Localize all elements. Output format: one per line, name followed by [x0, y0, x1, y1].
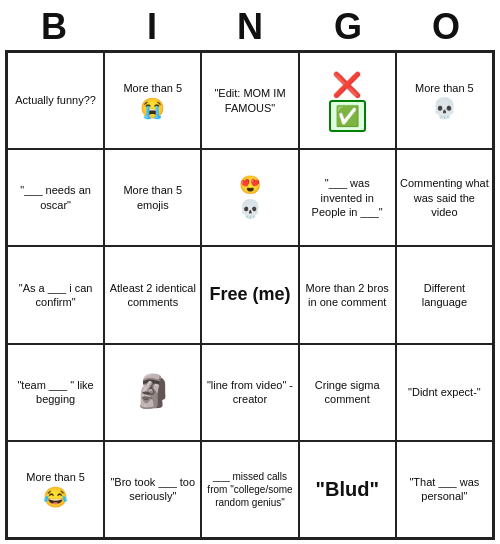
cell-r4c0: More than 5 😂 [7, 441, 104, 538]
check-icon: ✅ [329, 100, 366, 132]
cell-r3c1: 🗿 [104, 344, 201, 441]
cell-text: More than 2 bros in one comment [303, 281, 392, 310]
cell-r0c1: More than 5 😭 [104, 52, 201, 149]
moai-emoji: 🗿 [133, 371, 173, 413]
cell-text: ___ missed calls from "college/some rand… [205, 470, 294, 509]
cell-emoji: 💀 [432, 96, 457, 120]
cell-r1c1: More than 5 emojis [104, 149, 201, 246]
cell-emoji2: 💀 [239, 198, 261, 221]
cell-text: More than 5 [123, 81, 182, 95]
cell-r1c0: "___ needs an oscar" [7, 149, 104, 246]
cell-r4c4: "That ___ was personal" [396, 441, 493, 538]
cell-r4c3: "Blud" [299, 441, 396, 538]
cell-text: Atleast 2 identical comments [108, 281, 197, 310]
cell-r1c4: Commenting what was said the video [396, 149, 493, 246]
cell-r2c0: "As a ___ i can confirm" [7, 246, 104, 343]
letter-n: N [205, 6, 295, 48]
cell-r0c4: More than 5 💀 [396, 52, 493, 149]
bingo-grid: Actually funny?? More than 5 😭 "Edit: MO… [5, 50, 495, 540]
cell-text: "Bro took ___ too seriously" [108, 475, 197, 504]
cell-r3c3: Cringe sigma comment [299, 344, 396, 441]
cell-text: Free (me) [209, 283, 290, 306]
cell-text: More than 5 [415, 81, 474, 95]
cell-text: Cringe sigma comment [303, 378, 392, 407]
letter-b: B [9, 6, 99, 48]
cell-text: "As a ___ i can confirm" [11, 281, 100, 310]
cell-text: "Didnt expect-" [408, 385, 481, 399]
cell-r4c1: "Bro took ___ too seriously" [104, 441, 201, 538]
cell-r2c2-free: Free (me) [201, 246, 298, 343]
cell-emoji: 😭 [140, 96, 165, 120]
cell-r0c0: Actually funny?? [7, 52, 104, 149]
cell-r2c3: More than 2 bros in one comment [299, 246, 396, 343]
cell-text: Different language [400, 281, 489, 310]
cross-icon: ❌ [332, 69, 362, 100]
cell-text: "Blud" [315, 476, 378, 502]
cell-text: "___ needs an oscar" [11, 183, 100, 212]
cell-text: More than 5 emojis [108, 183, 197, 212]
cell-r3c4: "Didnt expect-" [396, 344, 493, 441]
cell-text: More than 5 [26, 470, 85, 484]
letter-i: I [107, 6, 197, 48]
cell-text: "line from video" -creator [205, 378, 294, 407]
cell-r0c3: ❌ ✅ [299, 52, 396, 149]
letter-g: G [303, 6, 393, 48]
cell-text: "Edit: MOM IM FAMOUS" [205, 86, 294, 115]
cell-r3c0: "team ___ " like begging [7, 344, 104, 441]
cell-text: "That ___ was personal" [400, 475, 489, 504]
cell-r2c4: Different language [396, 246, 493, 343]
cell-r1c2: 😍 💀 [201, 149, 298, 246]
cell-emoji: 😂 [43, 485, 68, 509]
cell-text: Commenting what was said the video [400, 176, 489, 219]
cross-check: ❌ ✅ [329, 69, 366, 132]
cell-text: "team ___ " like begging [11, 378, 100, 407]
cell-r1c3: "___ was invented in People in ___" [299, 149, 396, 246]
cell-r3c2: "line from video" -creator [201, 344, 298, 441]
bingo-title: B I N G O [5, 0, 495, 50]
letter-o: O [401, 6, 491, 48]
cell-r2c1: Atleast 2 identical comments [104, 246, 201, 343]
cell-text: Actually funny?? [15, 93, 96, 107]
cell-r0c2: "Edit: MOM IM FAMOUS" [201, 52, 298, 149]
cell-r4c2: ___ missed calls from "college/some rand… [201, 441, 298, 538]
cell-emoji: 😍 [239, 174, 261, 197]
cell-text: "___ was invented in People in ___" [303, 176, 392, 219]
